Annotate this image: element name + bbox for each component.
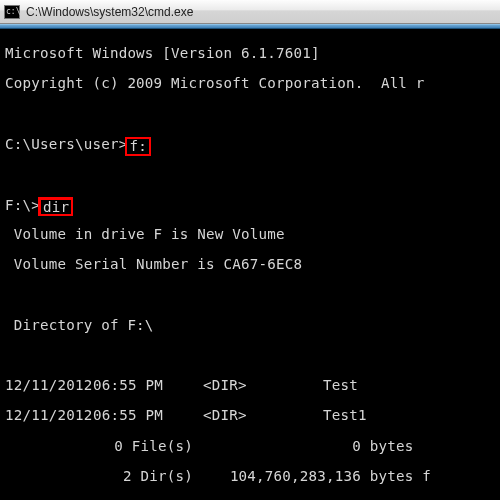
cmd-window: c:\ C:\Windows\system32\cmd.exe Microsof… [0, 0, 500, 500]
col-date: 12/11/2012 [5, 408, 93, 423]
command-highlight-dir: dir [38, 197, 73, 216]
prompt-line-2: F:\>dir [5, 197, 500, 212]
col-type: <DIR> [173, 378, 245, 393]
prompt-path: C:\Users\user> [5, 136, 127, 152]
col-time: 06:55 PM [93, 378, 173, 393]
dirs-bytes-label: bytes f [361, 469, 431, 484]
blank-line [5, 106, 500, 121]
files-count: 0 File(s) [5, 439, 193, 454]
command-highlight-f: f: [125, 137, 150, 156]
blank-line [5, 288, 500, 303]
summary-files: 0 File(s)0 bytes [5, 439, 500, 454]
titlebar[interactable]: c:\ C:\Windows\system32\cmd.exe [0, 0, 500, 24]
window-title: C:\Windows\system32\cmd.exe [26, 5, 193, 19]
col-time: 06:55 PM [93, 408, 173, 423]
command-dir: dir [43, 199, 69, 215]
version-line: Microsoft Windows [Version 6.1.7601] [5, 46, 500, 61]
listing-row: 12/11/201206:55 PM<DIR>Test1 [5, 408, 500, 423]
command-f: f: [129, 138, 146, 154]
files-bytes: 0 [193, 439, 361, 454]
prompt-line-1: C:\Users\user>f: [5, 137, 500, 152]
col-name: Test [245, 378, 358, 393]
volume-line-2: Volume Serial Number is CA67-6EC8 [5, 257, 500, 272]
col-date: 12/11/2012 [5, 378, 93, 393]
dirs-count: 2 Dir(s) [5, 469, 193, 484]
volume-line-1: Volume in drive F is New Volume [5, 227, 500, 242]
terminal-output[interactable]: Microsoft Windows [Version 6.1.7601] Cop… [0, 29, 500, 500]
dirs-bytes: 104,760,283,136 [193, 469, 361, 484]
listing-row: 12/11/201206:55 PM<DIR>Test [5, 378, 500, 393]
directory-of-line: Directory of F:\ [5, 318, 500, 333]
copyright-line: Copyright (c) 2009 Microsoft Corporation… [5, 76, 500, 91]
files-bytes-label: bytes [361, 439, 413, 454]
blank-line [5, 167, 500, 182]
blank-line [5, 348, 500, 363]
col-type: <DIR> [173, 408, 245, 423]
summary-dirs: 2 Dir(s)104,760,283,136 bytes f [5, 469, 500, 484]
col-name: Test1 [245, 408, 367, 423]
prompt-path: F:\> [5, 197, 40, 213]
cmd-icon: c:\ [4, 5, 20, 19]
cmd-icon-glyph: c:\ [6, 8, 20, 16]
